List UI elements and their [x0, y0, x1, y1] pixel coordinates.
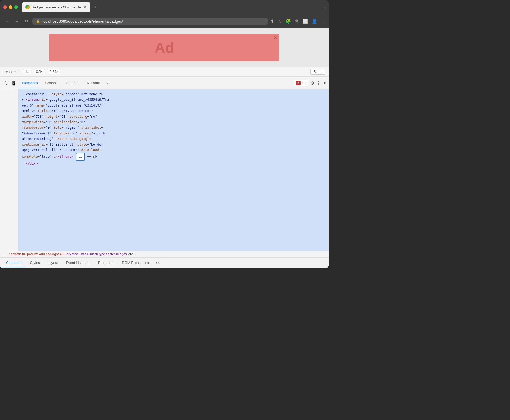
breadcrumb-item-2[interactable]: div.stack.stack--block.type.center-image…: [67, 252, 127, 256]
split-icon[interactable]: ⬜: [302, 19, 308, 24]
ad-close-icon[interactable]: ✕: [274, 35, 277, 40]
error-icon: ✕: [296, 81, 301, 85]
titlebar: Badges reference - Chrome De ✕ + ⌄: [0, 0, 329, 14]
tab-title: Badges reference - Chrome De: [31, 5, 81, 9]
breadcrumb-dots-right: …: [134, 252, 137, 256]
devtools-bottom-tab-bar: Computed Styles Layout Event Listeners P…: [0, 257, 329, 268]
breadcrumb-dots-left: …: [3, 252, 6, 256]
page-preview: Ad ✕: [0, 28, 329, 67]
tab-event-listeners[interactable]: Event Listeners: [62, 258, 94, 267]
code-line-3: vel_0" name="google_ads_iframe_/6355419/…: [22, 103, 325, 108]
error-badge[interactable]: ✕ 13: [294, 80, 308, 86]
sidebar-dots: ···: [6, 92, 12, 98]
more-bottom-tabs-icon[interactable]: >>: [154, 260, 162, 266]
new-tab-button[interactable]: +: [91, 4, 99, 10]
tab-dom-breakpoints[interactable]: DOM Breakpoints: [118, 258, 154, 267]
chevron-down-icon: ⌄: [322, 5, 325, 9]
addressbar: ← → ↻ 🔒 localhost:8080/docs/devtools/ele…: [0, 14, 329, 28]
back-button[interactable]: ←: [3, 18, 11, 25]
devtools-main: ··· __container__" style="border: 0pt no…: [0, 89, 329, 251]
devtools-tab-bar: ⬡ 📱 Elements Console Sources Network » ✕…: [0, 77, 329, 89]
tab-styles[interactable]: Styles: [26, 258, 44, 267]
devtools-breadcrumb: … ng.width-full.pad-left-400.pad-right-4…: [0, 251, 329, 257]
tab-properties[interactable]: Properties: [94, 258, 118, 267]
browser-content: Ad ✕ Resources 1× 0.5× 0.25× Rerun ⬡ 📱 E…: [0, 28, 329, 268]
code-line-8: "Advertisement" tabindex="0" allow="attr…: [22, 131, 325, 136]
tab-close-icon[interactable]: ✕: [83, 4, 87, 10]
zoom-0-25x-button[interactable]: 0.25×: [48, 69, 60, 74]
devtools-actions: ⚙ ⋮ ✕: [310, 80, 326, 86]
code-line-7: frameborder="0" role="region" aria-label…: [22, 125, 325, 130]
tab-layout[interactable]: Layout: [44, 258, 62, 267]
breadcrumb-item-3[interactable]: div: [128, 252, 133, 256]
forward-button[interactable]: →: [13, 18, 21, 25]
error-count: 13: [302, 81, 306, 85]
breadcrumb-item-1[interactable]: ng.width-full.pad-left-400.pad-right-400: [9, 252, 65, 256]
tab-network[interactable]: Network: [83, 78, 104, 88]
settings-icon[interactable]: ⚙: [310, 80, 314, 86]
code-line-12: complete="true">…</iframe> ad == $0: [22, 153, 325, 160]
tab-sources[interactable]: Sources: [62, 78, 83, 88]
code-line-9: ution-reporting" srcdoc data-google-: [22, 136, 325, 142]
share-icon[interactable]: ⬆: [270, 19, 274, 24]
tab-computed[interactable]: Computed: [2, 258, 26, 267]
code-line-13: </div>: [22, 161, 325, 166]
code-line-2: ▶ <iframe id="google_ads_iframe_/6355419…: [22, 97, 325, 102]
close-button[interactable]: [3, 5, 7, 9]
active-tab[interactable]: Badges reference - Chrome De ✕: [22, 2, 90, 12]
maximize-button[interactable]: [14, 5, 18, 9]
select-element-icon[interactable]: ⬡: [2, 79, 9, 87]
tab-elements[interactable]: Elements: [18, 78, 42, 88]
code-line-5: width="728" height="90" scrolling="no": [22, 114, 325, 119]
menu-icon[interactable]: ⋮: [321, 19, 325, 24]
code-line-10: container-id="f1ni07lvihot" style="borde…: [22, 142, 325, 147]
more-options-icon[interactable]: ⋮: [316, 80, 321, 86]
devtools-code-area: __container__" style="border: 0pt none;"…: [19, 89, 329, 251]
resources-label: Resources: [3, 70, 20, 74]
extensions-icon[interactable]: 🧩: [285, 19, 291, 24]
code-line-4: avel_0" title="3rd party ad content": [22, 108, 325, 114]
zoom-0-5x-button[interactable]: 0.5×: [34, 69, 45, 74]
code-line-1: __container__" style="border: 0pt none;"…: [22, 91, 325, 97]
url-text: localhost:8080/docs/devtools/elements/ba…: [42, 19, 123, 24]
rerun-button[interactable]: Rerun: [310, 69, 325, 75]
bookmark-icon[interactable]: ☆: [278, 19, 282, 24]
close-devtools-icon[interactable]: ✕: [323, 80, 326, 86]
code-line-11: 0px; vertical-align: bottom;" data-load-: [22, 147, 325, 153]
ad-banner: Ad ✕: [49, 34, 279, 61]
code-line-6: marginwidth="0" marginheight="0": [22, 119, 325, 125]
ad-badge[interactable]: ad: [76, 153, 85, 160]
lock-icon: 🔒: [36, 19, 40, 23]
zoom-1x-button[interactable]: 1×: [23, 69, 31, 74]
demo-toolbar: Resources 1× 0.5× 0.25× Rerun: [0, 67, 329, 77]
devtools-panel: ⬡ 📱 Elements Console Sources Network » ✕…: [0, 77, 329, 268]
tab-console[interactable]: Console: [42, 78, 62, 88]
ad-label: Ad: [155, 39, 174, 56]
chrome-favicon: [25, 5, 30, 9]
devtools-sidebar: ···: [0, 89, 19, 251]
more-tabs-icon[interactable]: »: [104, 80, 110, 86]
reload-button[interactable]: ↻: [23, 18, 30, 25]
tab-bar: Badges reference - Chrome De ✕ +: [22, 2, 320, 12]
traffic-lights: [3, 5, 18, 9]
labs-icon[interactable]: ⚗: [295, 19, 299, 24]
url-bar[interactable]: 🔒 localhost:8080/docs/devtools/elements/…: [32, 18, 268, 25]
device-emulation-icon[interactable]: 📱: [9, 79, 18, 87]
minimize-button[interactable]: [9, 5, 12, 9]
addressbar-icons: ⬆ ☆ 🧩 ⚗ ⬜ 👤 ⋮: [270, 19, 325, 24]
profile-icon[interactable]: 👤: [312, 19, 317, 24]
